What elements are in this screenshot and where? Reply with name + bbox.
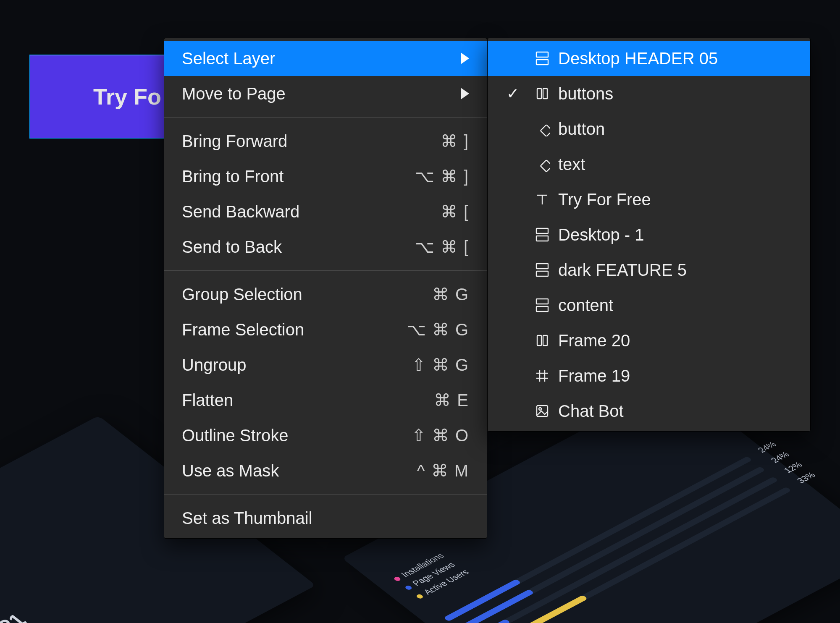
layer-item-label: content — [558, 295, 794, 315]
menu-item-shortcut: ⌘ ] — [441, 131, 469, 151]
legend-dot-icon — [404, 585, 413, 591]
menu-item-shortcut: ⌥ ⌘ G — [407, 319, 469, 340]
menu-item-select-layer[interactable]: Select Layer — [164, 41, 487, 76]
instance2-icon — [534, 332, 551, 349]
layer-item-try-for-free[interactable]: Try For Free — [488, 182, 810, 217]
menu-item-label: Send Backward — [182, 202, 299, 222]
layer-item-label: Frame 19 — [558, 366, 794, 386]
menu-item-shortcut: ⌘ G — [432, 284, 469, 304]
bar-percent: 24% — [756, 440, 779, 454]
menu-item-label: Flatten — [182, 390, 233, 410]
menu-item-bring-forward[interactable]: Bring Forward⌘ ] — [164, 123, 487, 159]
menu-item-label: Select Layer — [182, 48, 275, 68]
layer-item-button[interactable]: button — [488, 111, 810, 147]
menu-item-shortcut: ⌥ ⌘ ] — [415, 166, 469, 186]
menu-item-label: Frame Selection — [182, 319, 304, 340]
frame-icon — [534, 297, 551, 314]
menu-item-send-backward[interactable]: Send Backward⌘ [ — [164, 194, 487, 229]
layer-item-label: buttons — [558, 84, 794, 104]
menu-item-label: Send to Back — [182, 237, 282, 257]
menu-item-label: Ungroup — [182, 355, 246, 375]
layer-item-label: text — [558, 154, 794, 174]
stat-value-secondary: $2,931 — [0, 610, 32, 623]
menu-separator — [164, 494, 487, 495]
menu-item-label: Use as Mask — [182, 461, 279, 481]
frame-icon — [534, 226, 551, 243]
menu-item-shortcut: ⌥ ⌘ [ — [415, 237, 469, 257]
bar-percent: 33% — [795, 471, 818, 485]
menu-item-move-to-page[interactable]: Move to Page — [164, 76, 487, 111]
select-layer-submenu[interactable]: Desktop HEADER 05✓buttonsbuttontextTry F… — [487, 38, 811, 432]
submenu-arrow-icon — [461, 52, 469, 64]
menu-item-shortcut: ⌘ E — [434, 390, 469, 410]
layer-item-dark-feature-5[interactable]: dark FEATURE 5 — [488, 252, 810, 288]
menu-item-label: Move to Page — [182, 84, 286, 104]
bar-percent: 24% — [769, 450, 792, 464]
check-icon: ✓ — [504, 84, 522, 102]
layer-item-label: Try For Free — [558, 189, 794, 209]
menu-item-shortcut: ⇧ ⌘ O — [412, 425, 469, 445]
menu-item-shortcut: ⇧ ⌘ G — [412, 355, 469, 375]
menu-item-label: Bring Forward — [182, 131, 287, 151]
menu-item-flatten[interactable]: Flatten⌘ E — [164, 382, 487, 418]
submenu-arrow-icon — [461, 88, 469, 99]
frame-icon — [534, 262, 551, 278]
layer-item-label: Frame 20 — [558, 330, 794, 351]
frame-icon — [534, 50, 551, 67]
menu-item-label: Outline Stroke — [182, 425, 288, 445]
layer-item-label: Desktop - 1 — [558, 225, 794, 245]
menu-item-label: Bring to Front — [182, 166, 284, 186]
component-icon — [534, 120, 551, 137]
hash-icon — [534, 367, 551, 384]
layer-item-text[interactable]: text — [488, 147, 810, 182]
menu-item-use-as-mask[interactable]: Use as Mask^ ⌘ M — [164, 453, 487, 488]
bar-percent: 12% — [782, 461, 805, 475]
layer-item-desktop-1[interactable]: Desktop - 1 — [488, 217, 810, 252]
menu-item-ungroup[interactable]: Ungroup⇧ ⌘ G — [164, 347, 487, 382]
legend-dot-icon — [393, 576, 402, 582]
layer-item-chat-bot[interactable]: Chat Bot — [488, 393, 810, 429]
menu-separator — [164, 270, 487, 271]
menu-item-bring-to-front[interactable]: Bring to Front⌥ ⌘ ] — [164, 159, 487, 194]
layer-item-label: Desktop HEADER 05 — [558, 48, 794, 68]
instance2-icon — [534, 85, 551, 102]
text-icon — [534, 191, 551, 208]
layer-item-content[interactable]: content — [488, 288, 810, 323]
layer-item-label: dark FEATURE 5 — [558, 260, 794, 280]
menu-item-label: Group Selection — [182, 284, 302, 304]
context-menu[interactable]: Select LayerMove to PageBring Forward⌘ ]… — [164, 38, 487, 539]
menu-item-shortcut: ^ ⌘ M — [417, 461, 469, 481]
menu-item-set-as-thumbnail[interactable]: Set as Thumbnail — [164, 500, 487, 536]
layer-item-desktop-header-05[interactable]: Desktop HEADER 05 — [488, 41, 810, 76]
layer-item-buttons[interactable]: ✓buttons — [488, 76, 810, 111]
menu-item-send-to-back[interactable]: Send to Back⌥ ⌘ [ — [164, 229, 487, 264]
legend-dot-icon — [415, 594, 424, 599]
menu-item-label: Set as Thumbnail — [182, 508, 312, 528]
layer-item-frame-19[interactable]: Frame 19 — [488, 358, 810, 393]
menu-item-group-selection[interactable]: Group Selection⌘ G — [164, 277, 487, 312]
menu-item-outline-stroke[interactable]: Outline Stroke⇧ ⌘ O — [164, 418, 487, 453]
image-icon — [534, 403, 551, 419]
canvas-button-label: Try Fo — [93, 84, 161, 110]
component-icon — [534, 156, 551, 173]
menu-item-shortcut: ⌘ [ — [441, 202, 469, 222]
layer-item-label: button — [558, 119, 794, 139]
menu-item-frame-selection[interactable]: Frame Selection⌥ ⌘ G — [164, 312, 487, 347]
layer-item-frame-20[interactable]: Frame 20 — [488, 323, 810, 358]
menu-separator — [164, 117, 487, 118]
layer-item-label: Chat Bot — [558, 401, 794, 421]
